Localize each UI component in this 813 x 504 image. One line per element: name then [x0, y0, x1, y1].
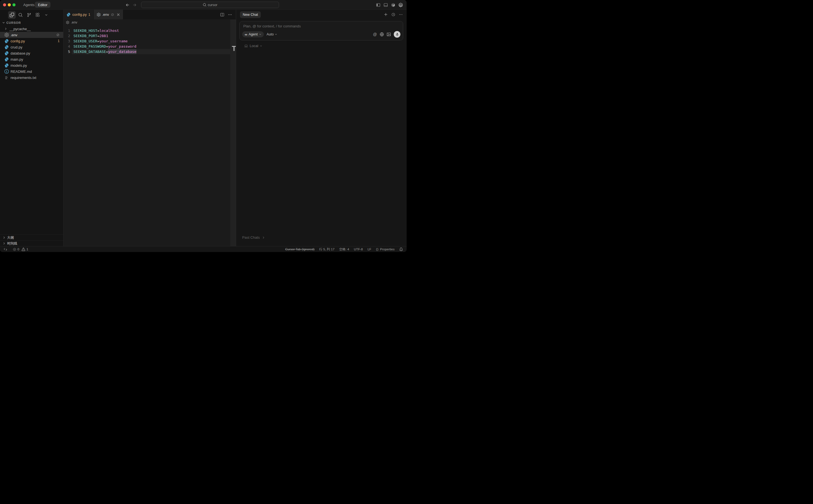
chevron-right-icon — [3, 242, 6, 245]
line-number: 3 — [63, 38, 70, 44]
traffic-light-close-button[interactable] — [3, 3, 6, 6]
code-line[interactable]: 3SEEKDB_USER=your_username — [63, 38, 236, 44]
tab-new-chat[interactable]: New Chat — [240, 11, 261, 18]
file-row[interactable]: README.md — [0, 68, 63, 74]
encoding-status[interactable]: UTF-8 — [354, 248, 363, 251]
modified-count-badge: 1 — [88, 13, 90, 17]
ellipsis-icon[interactable] — [399, 12, 403, 17]
code-line[interactable]: 1SEEKDB_HOST=localhost — [63, 28, 236, 33]
command-search-input[interactable]: cursor — [141, 2, 279, 8]
editor-tab-env[interactable]: .env — [94, 10, 124, 19]
env-key: SEEKDB_PORT — [73, 34, 97, 38]
chevron-right-icon — [262, 236, 265, 239]
statusbar: 0 1 Cursor Tab (Ignored) 行 5, 列 17 空格: 4… — [0, 246, 406, 252]
file-row[interactable]: models.py — [0, 62, 63, 68]
globe-icon[interactable] — [380, 32, 384, 36]
python-icon — [4, 57, 9, 61]
chat-input-box[interactable]: ∞ Agent Auto @ — [239, 21, 403, 40]
activity-files-button[interactable] — [8, 11, 16, 19]
traffic-light-minimize-button[interactable] — [8, 3, 11, 6]
search-icon — [203, 3, 206, 7]
remote-indicator-icon[interactable] — [4, 248, 7, 251]
code-line[interactable]: 2SEEKDB_PORT=2881 — [63, 33, 236, 38]
image-icon[interactable] — [387, 32, 391, 36]
microphone-button[interactable] — [394, 31, 400, 38]
activity-git-branch-button[interactable] — [25, 11, 33, 19]
chat-input-controls: ∞ Agent Auto @ — [242, 31, 400, 38]
file-list: __pycache__.envconfig.py1crud.pydatabase… — [0, 26, 63, 81]
cursor-tab-status[interactable]: Cursor Tab (Ignored) — [285, 248, 314, 251]
file-row[interactable]: database.py — [0, 50, 63, 56]
close-icon[interactable] — [117, 13, 120, 16]
tab-editor[interactable]: Editor — [35, 2, 50, 8]
env-value: your_username — [99, 39, 128, 43]
traffic-light-zoom-button[interactable] — [12, 3, 16, 6]
activity-bar — [0, 10, 63, 20]
activity-chevron-down-button[interactable] — [42, 11, 50, 19]
split-editor-icon[interactable] — [220, 12, 224, 17]
file-row[interactable]: config.py1 — [0, 38, 63, 44]
language-mode-status[interactable]: {} Properties — [376, 248, 394, 251]
section-label: 时间线 — [7, 241, 17, 246]
file-row[interactable]: .env — [0, 32, 63, 38]
layout-sidebar-left-icon[interactable] — [376, 3, 380, 7]
env-key: SEEKDB_USER — [73, 39, 97, 43]
indentation-status[interactable]: 空格: 4 — [339, 247, 349, 251]
code-line[interactable]: 5SEEKDB_DATABASE=your_database — [63, 49, 236, 54]
history-icon[interactable] — [391, 12, 395, 17]
env-value: 2881 — [99, 34, 108, 38]
editor-tab-config-py[interactable]: config.py 1 — [63, 10, 94, 19]
gear-icon — [97, 13, 101, 17]
editor-body: .env 1SEEKDB_HOST=localhost2SEEKDB_PORT=… — [63, 19, 236, 246]
activity-extensions-button[interactable] — [34, 11, 42, 19]
layout-panel-icon[interactable] — [383, 3, 388, 7]
app-window: Agents Editor cursor CURSOR __pycache__.… — [0, 0, 406, 252]
chat-header-actions — [384, 12, 406, 17]
search-value: cursor — [208, 3, 217, 7]
editor-scrollbar[interactable] — [230, 19, 236, 246]
activity-search-button[interactable] — [17, 11, 24, 19]
chevron-down-icon — [260, 45, 262, 47]
file-row[interactable]: crud.py — [0, 44, 63, 50]
past-chats-link[interactable]: Past Chats — [242, 235, 265, 240]
cursor-position-status[interactable]: 行 5, 列 17 — [319, 247, 334, 251]
sidebar-section-header[interactable]: 时间线 — [0, 240, 63, 246]
context-local-dropdown[interactable]: Local — [244, 44, 406, 48]
forward-arrow-icon[interactable] — [132, 3, 137, 7]
folder-row[interactable]: __pycache__ — [0, 26, 63, 32]
at-sign-icon[interactable]: @ — [373, 32, 377, 36]
bell-icon[interactable] — [399, 248, 403, 251]
sidebar-section-header[interactable]: 大纲 — [0, 235, 63, 240]
back-arrow-icon[interactable] — [125, 3, 130, 7]
env-value: localhost — [99, 29, 119, 33]
settings-gear-icon[interactable] — [398, 3, 403, 7]
line-number: 1 — [63, 28, 70, 33]
eol-status[interactable]: LF — [367, 248, 371, 251]
code-lines[interactable]: 1SEEKDB_HOST=localhost2SEEKDB_PORT=28813… — [63, 28, 236, 54]
file-name: requirements.txt — [11, 76, 36, 80]
chevron-down-icon — [45, 14, 48, 16]
titlebar: Agents Editor cursor — [0, 0, 406, 10]
line-number: 4 — [63, 44, 70, 49]
problems-indicator[interactable]: 0 1 — [13, 248, 28, 251]
warning-icon — [22, 248, 25, 251]
breadcrumb[interactable]: .env — [63, 19, 236, 25]
model-dropdown[interactable]: Auto — [266, 32, 277, 36]
agent-mode-dropdown[interactable]: ∞ Agent — [242, 31, 264, 37]
file-row[interactable]: requirements.txt — [0, 74, 63, 81]
plus-icon[interactable] — [384, 12, 388, 17]
explorer-header[interactable]: CURSOR — [0, 20, 63, 25]
chat-input[interactable] — [241, 22, 401, 30]
breadcrumb-file: .env — [71, 20, 77, 24]
chat-panel: New Chat ∞ Agent Auto @ — [236, 10, 406, 246]
more-actions-icon[interactable] — [228, 12, 232, 17]
file-name: models.py — [11, 63, 27, 68]
file-row[interactable]: main.py — [0, 56, 63, 62]
cube-icon[interactable] — [391, 3, 395, 7]
error-icon — [13, 248, 16, 251]
extensions-icon — [35, 13, 40, 17]
chevron-right-icon — [4, 27, 7, 30]
tab-agents[interactable]: Agents — [23, 0, 34, 10]
file-name: main.py — [11, 57, 23, 61]
code-line[interactable]: 4SEEKDB_PASSWORD=your_password — [63, 44, 236, 49]
